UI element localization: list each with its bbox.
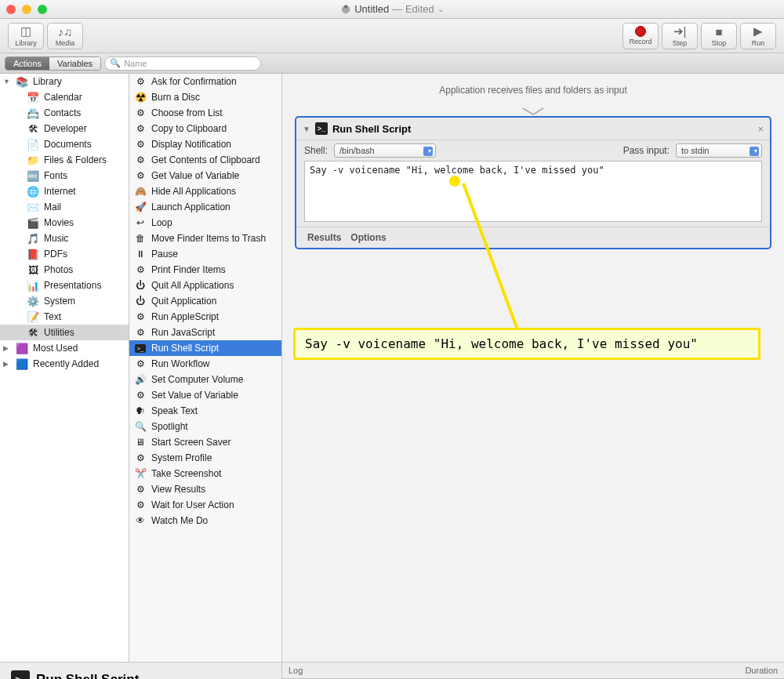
action-item-set-computer-volume[interactable]: 🔊Set Computer Volume: [129, 372, 281, 387]
close-window-button[interactable]: [6, 5, 16, 14]
action-item-icon: ⚙︎: [134, 326, 147, 339]
library-item-photos[interactable]: 🖼Photos: [0, 262, 129, 278]
action-item-label: Hide All Applications: [151, 186, 236, 197]
action-item-run-applescript[interactable]: ⚙︎Run AppleScript: [129, 309, 281, 325]
action-item-print-finder-items[interactable]: ⚙︎Print Finder Items: [129, 262, 281, 278]
library-item-text[interactable]: 📝Text: [0, 309, 129, 325]
script-textarea[interactable]: Say -v voicename "Hi, welcome back, I've…: [304, 161, 762, 222]
library-item-movies[interactable]: 🎬Movies: [0, 215, 129, 231]
action-item-wait-for-user-action[interactable]: ⚙︎Wait for User Action: [129, 497, 281, 513]
action-item-choose-from-list[interactable]: ⚙︎Choose from List: [129, 105, 281, 121]
action-item-icon: 🗣: [134, 405, 147, 417]
action-item-burn-a-disc[interactable]: ☢️Burn a Disc: [129, 89, 281, 105]
action-item-quit-application[interactable]: ⏻Quit Application: [129, 293, 281, 309]
library-item-library[interactable]: ▼📚Library: [0, 74, 129, 89]
action-item-launch-application[interactable]: 🚀Launch Application: [129, 199, 281, 215]
search-icon: 🔍: [110, 58, 121, 68]
library-item-most-used[interactable]: ▶🟪Most Used: [0, 340, 129, 356]
library-item-pdfs[interactable]: 📕PDFs: [0, 246, 129, 262]
search-input[interactable]: 🔍 Name: [104, 56, 261, 71]
library-item-files-folders[interactable]: 📁Files & Folders: [0, 152, 129, 168]
action-item-hide-all-applications[interactable]: 🙈Hide All Applications: [129, 183, 281, 199]
library-item-music[interactable]: 🎵Music: [0, 231, 129, 246]
card-close-icon[interactable]: ×: [757, 123, 764, 135]
actions-list: ⚙︎Ask for Confirmation☢️Burn a Disc⚙︎Cho…: [129, 74, 282, 662]
library-item-icon: 🎵: [27, 232, 39, 245]
library-item-calendar[interactable]: 📅Calendar: [0, 89, 129, 105]
tab-actions[interactable]: Actions: [5, 57, 49, 70]
library-item-icon: 🎬: [27, 216, 39, 229]
pass-input-label: Pass input:: [623, 145, 670, 156]
library-item-fonts[interactable]: 🔤Fonts: [0, 168, 129, 183]
action-item-label: Start Screen Saver: [151, 437, 230, 448]
flow-arrow-icon: [282, 107, 784, 116]
action-item-label: Speak Text: [151, 405, 198, 416]
library-item-icon: 📇: [27, 107, 39, 119]
action-item-run-shell-script[interactable]: >_Run Shell Script: [129, 340, 281, 356]
action-item-quit-all-applications[interactable]: ⏻Quit All Applications: [129, 278, 281, 293]
library-item-label: Files & Folders: [44, 154, 107, 165]
action-item-loop[interactable]: ↩︎Loop: [129, 215, 281, 231]
card-collapse-icon[interactable]: ▼: [303, 125, 310, 133]
action-item-label: Quit Application: [151, 296, 216, 307]
tab-variables[interactable]: Variables: [49, 57, 100, 70]
library-item-contacts[interactable]: 📇Contacts: [0, 105, 129, 121]
action-item-icon: ⚙︎: [134, 310, 147, 323]
library-item-icon: 🔤: [27, 169, 39, 182]
action-item-watch-me-do[interactable]: 👁Watch Me Do: [129, 513, 281, 528]
library-button[interactable]: ◫ Library: [8, 23, 44, 49]
action-item-label: Move Finder Items to Trash: [151, 233, 266, 244]
action-item-icon: ☢️: [134, 91, 147, 103]
disclosure-icon: ▼: [3, 78, 11, 85]
action-item-spotlight[interactable]: 🔍Spotlight: [129, 419, 281, 434]
library-item-documents[interactable]: 📄Documents: [0, 136, 129, 152]
action-item-system-profile[interactable]: ⚙︎System Profile: [129, 450, 281, 466]
library-item-recently-added[interactable]: ▶🟦Recently Added: [0, 356, 129, 372]
action-item-label: View Results: [151, 484, 205, 495]
library-item-icon: 📅: [27, 91, 39, 103]
card-tab-options[interactable]: Options: [350, 232, 386, 243]
media-button[interactable]: ♪♫ Media: [47, 23, 83, 49]
action-item-run-workflow[interactable]: ⚙︎Run Workflow: [129, 356, 281, 372]
action-item-pause[interactable]: ⏸Pause: [129, 246, 281, 262]
library-item-icon: ⚙️: [27, 295, 39, 307]
library-item-presentations[interactable]: 📊Presentations: [0, 278, 129, 293]
action-item-ask-for-confirmation[interactable]: ⚙︎Ask for Confirmation: [129, 74, 281, 89]
minimize-window-button[interactable]: [22, 5, 31, 14]
library-item-internet[interactable]: 🌐Internet: [0, 183, 129, 199]
action-item-copy-to-clipboard[interactable]: ⚙︎Copy to Clipboard: [129, 121, 281, 136]
pass-input-select[interactable]: to stdin▾: [676, 143, 762, 158]
action-item-icon: ⚙︎: [134, 452, 147, 464]
action-item-label: Copy to Clipboard: [151, 123, 227, 134]
shell-select[interactable]: /bin/bash▾: [334, 143, 436, 158]
card-tab-results[interactable]: Results: [307, 232, 341, 243]
library-item-utilities[interactable]: 🛠Utilities: [0, 325, 129, 340]
action-item-get-value-of-variable[interactable]: ⚙︎Get Value of Variable: [129, 168, 281, 183]
zoom-window-button[interactable]: [38, 5, 47, 14]
stop-icon: ■: [715, 25, 722, 38]
library-item-icon: 📝: [27, 310, 39, 323]
action-item-move-finder-items-to-trash[interactable]: 🗑Move Finder Items to Trash: [129, 231, 281, 246]
step-button[interactable]: ➔| Step: [662, 23, 698, 49]
library-item-developer[interactable]: 🛠Developer: [0, 121, 129, 136]
title-dropdown-icon[interactable]: ⌄: [437, 5, 444, 13]
library-item-mail[interactable]: ✉️Mail: [0, 199, 129, 215]
run-button[interactable]: ▶ Run: [740, 23, 776, 49]
log-panel: Log Duration: [282, 662, 784, 679]
action-item-get-contents-of-clipboard[interactable]: ⚙︎Get Contents of Clipboard: [129, 152, 281, 168]
action-item-speak-text[interactable]: 🗣Speak Text: [129, 403, 281, 419]
stop-button[interactable]: ■ Stop: [701, 23, 737, 49]
record-button[interactable]: Record: [622, 23, 659, 49]
action-item-view-results[interactable]: ⚙︎View Results: [129, 481, 281, 497]
library-item-label: Text: [44, 311, 61, 322]
library-item-label: Fonts: [44, 170, 67, 181]
action-item-start-screen-saver[interactable]: 🖥Start Screen Saver: [129, 434, 281, 450]
action-item-label: Watch Me Do: [151, 515, 208, 526]
action-item-run-javascript[interactable]: ⚙︎Run JavaScript: [129, 325, 281, 340]
library-item-system[interactable]: ⚙️System: [0, 293, 129, 309]
action-item-take-screenshot[interactable]: ✂️Take Screenshot: [129, 466, 281, 481]
record-icon: [635, 26, 646, 37]
action-item-set-value-of-variable[interactable]: ⚙︎Set Value of Variable: [129, 387, 281, 403]
action-item-display-notification[interactable]: ⚙︎Display Notification: [129, 136, 281, 152]
action-item-icon: >_: [134, 342, 147, 354]
